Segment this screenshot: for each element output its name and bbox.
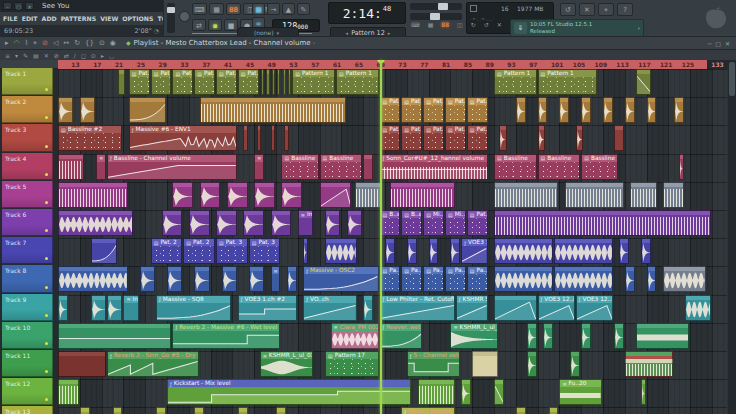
clip-hit[interactable] xyxy=(58,97,73,123)
pl-mute-icon[interactable]: ⊘ xyxy=(54,52,59,59)
clip-bassline[interactable]: ▤Bassline xyxy=(494,154,537,180)
help-icon[interactable]: ? xyxy=(617,3,633,16)
clip-auto[interactable] xyxy=(320,182,352,208)
clip-stripe[interactable] xyxy=(625,351,673,377)
track-enable-dot[interactable] xyxy=(45,398,48,401)
menu-item-edit[interactable]: EDIT xyxy=(22,15,38,22)
clip-hit[interactable] xyxy=(570,351,580,377)
follow-icon[interactable]: → xyxy=(267,3,280,15)
clip-hit[interactable] xyxy=(254,182,275,208)
clip-auto[interactable] xyxy=(494,379,504,405)
clip-massive-6-env1[interactable]: ƒMassive #6 - ENV1 xyxy=(129,125,237,151)
clip-wave[interactable] xyxy=(494,238,553,264)
clip-im[interactable]: ≡Im xyxy=(271,266,281,292)
clip-hit[interactable] xyxy=(107,295,122,321)
pattern-mode-icon[interactable]: ▦ xyxy=(209,3,224,15)
clip-fu-20[interactable]: ≡Fu..20 xyxy=(559,379,602,405)
clip-comb[interactable] xyxy=(418,379,455,405)
clip-auto[interactable] xyxy=(494,295,537,321)
clip-reever-wet-2[interactable]: ƒReever..wet #2 xyxy=(380,323,423,349)
clip-mini[interactable] xyxy=(118,69,125,95)
clip-b-e-2[interactable]: ▤B..e 2 xyxy=(401,210,422,236)
pl-playback-icon[interactable]: ▸ xyxy=(101,52,104,59)
clip-comb[interactable] xyxy=(200,97,346,123)
clip-hit[interactable] xyxy=(581,97,591,123)
track-header-3[interactable]: Track 3 xyxy=(2,124,53,151)
clip-h[interactable]: ≡h xyxy=(254,154,264,180)
clip-vo-ch[interactable]: ƒVO..ch xyxy=(303,295,357,321)
pl-dropdown-icon[interactable]: ▾ xyxy=(15,52,18,59)
plugin-icon[interactable]: ⌖ xyxy=(598,3,614,16)
clip-auto[interactable] xyxy=(58,323,171,349)
track-header-7[interactable]: Track 7 xyxy=(2,237,53,264)
pl-slip-icon[interactable]: ⇄ xyxy=(64,52,69,59)
track-enable-dot[interactable] xyxy=(45,116,48,119)
clip-hit[interactable] xyxy=(194,266,209,292)
clip-pat-0[interactable]: ▤Pat. 0 xyxy=(401,97,422,123)
speaker-icon[interactable]: ◁ xyxy=(53,39,58,47)
track-header-2[interactable]: Track 2 xyxy=(2,96,53,123)
clip-wave[interactable] xyxy=(554,266,613,292)
clip-pattern-1[interactable]: ▤Pattern 1 xyxy=(494,69,537,95)
clip-inc[interactable]: ≡Inc xyxy=(123,295,138,321)
clip-mi-ss[interactable]: ▤Mi..ss xyxy=(423,210,444,236)
pl-slice-icon[interactable]: ∕ xyxy=(74,52,76,59)
track-header-11[interactable]: Track 11 xyxy=(2,350,53,377)
menu-item-options[interactable]: OPTIONS xyxy=(122,15,153,22)
menu-item-patterns[interactable]: PATTERNS xyxy=(61,15,96,22)
close-icon[interactable]: ✕ xyxy=(25,2,34,10)
clip-pat-3[interactable]: ▤Pat. 3 xyxy=(216,238,248,264)
clip-pat-6[interactable]: ▤Pat. 6 xyxy=(238,69,259,95)
clip-comb[interactable] xyxy=(355,182,381,208)
clip-massive-osc2[interactable]: ƒMassive - OSC2 xyxy=(303,266,378,292)
overdub-icon[interactable]: ↻ xyxy=(471,21,476,29)
clip-mini[interactable] xyxy=(614,125,624,151)
clip-hit[interactable] xyxy=(559,97,569,123)
clip-hit[interactable] xyxy=(527,351,537,377)
clip-bassline[interactable]: ▤Bassline xyxy=(320,154,363,180)
pl-paint-icon[interactable]: ▤ xyxy=(33,52,39,59)
clip-hit[interactable] xyxy=(385,238,395,264)
clip-hit[interactable] xyxy=(576,125,583,151)
master-knob[interactable] xyxy=(179,11,190,22)
playlist-close-icon[interactable]: ✕ xyxy=(725,40,730,47)
clip-hit[interactable] xyxy=(91,295,106,321)
clip-comb[interactable] xyxy=(494,210,711,236)
clip-voe3-1-ch-2[interactable]: ƒVOE3 1..ch #2 xyxy=(461,238,487,264)
clip-comb[interactable] xyxy=(494,182,558,208)
clip-hit[interactable] xyxy=(581,323,591,349)
shuffle-slider[interactable] xyxy=(410,13,462,20)
track-enable-dot[interactable] xyxy=(45,201,48,204)
clip-bassline[interactable]: ▤Bassline xyxy=(538,154,581,180)
clip-hit[interactable] xyxy=(200,182,221,208)
cpu-checkbox[interactable] xyxy=(470,5,477,12)
track-header-13[interactable]: Track 13 xyxy=(2,406,53,414)
clip-comb[interactable] xyxy=(565,182,624,208)
clip-pat-6[interactable]: ▤Pat. 6 xyxy=(151,69,172,95)
clip-bassline-2[interactable]: ▤Bassline #2 xyxy=(581,154,618,180)
typing-keyboard-icon[interactable]: ⌨ xyxy=(411,21,420,29)
clip-massive-sq8[interactable]: ƒMassive - SQ8 xyxy=(156,295,231,321)
clip-kshmr-l-ul-01[interactable]: ≡KSHMR_L_ul_01 xyxy=(260,351,314,377)
clip-pat-3[interactable]: ▤Pat. 3 xyxy=(380,125,401,151)
clip-hit[interactable] xyxy=(429,238,439,264)
clip-pat-2[interactable]: ▤Pat. 2 xyxy=(151,238,183,264)
clip-comb[interactable] xyxy=(58,182,128,208)
led-display-icon[interactable]: 88 xyxy=(441,21,449,29)
clip-low-philter-ret-cutoff-frequency[interactable]: ƒLow Philter - Ret. Cutoff frequency xyxy=(380,295,455,321)
clip-pa-0[interactable]: ▤Pa..0 xyxy=(401,266,422,292)
clip-auto[interactable] xyxy=(91,238,117,264)
clip-hit[interactable] xyxy=(363,295,373,321)
clip-m[interactable]: ≡M xyxy=(96,154,106,180)
clip-hit[interactable] xyxy=(461,379,471,405)
cut-icon[interactable]: ✕ xyxy=(497,21,502,29)
download-icon[interactable]: ⇓ xyxy=(514,22,527,34)
clip-pattern-1[interactable]: ▤Pattern 1 xyxy=(336,69,379,95)
clip-hit[interactable] xyxy=(450,238,460,264)
clip-mass-l-volume[interactable]: ƒMass..l volume xyxy=(401,407,455,414)
clip-5-channel-volume[interactable]: ƒ5 - Channel volume xyxy=(407,351,461,377)
clip-hit[interactable] xyxy=(216,210,237,236)
snap-icon[interactable]: ⌇ xyxy=(25,39,28,47)
clip-bassline-channel-volume[interactable]: ƒBassline - Channel volume xyxy=(107,154,237,180)
clip-auto[interactable] xyxy=(636,69,651,95)
